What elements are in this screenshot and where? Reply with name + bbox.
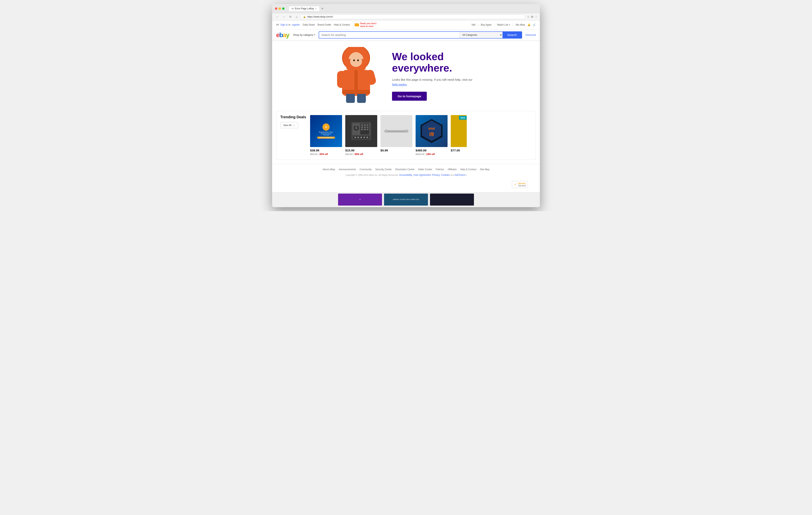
minimize-button[interactable] <box>279 7 281 10</box>
advanced-search-link[interactable]: Advanced <box>525 34 536 36</box>
ad-banners: # MERRILL EDGE® SELF-DIRECTED <box>272 192 540 207</box>
trending-item[interactable]: intel i9 $485.99 $600.99 | 19% off <box>415 115 447 156</box>
help-contact-link[interactable]: Help & Contact <box>334 23 350 26</box>
back-button[interactable]: ← <box>274 14 280 19</box>
footer-link-affiliates[interactable]: Affiliates <box>447 168 457 171</box>
footer-link-community[interactable]: Community <box>359 168 372 171</box>
footer-privacy-link[interactable]: Privacy <box>432 174 440 176</box>
footer-link-sitemap[interactable]: Site Map <box>480 168 489 171</box>
my-ebay-link[interactable]: My eBay <box>516 23 525 26</box>
watch-list-dropdown[interactable]: Watch List ▼ <box>497 23 511 26</box>
playstation-logo-svg: + <box>322 123 330 131</box>
svg-rect-27 <box>364 129 366 130</box>
svg-rect-26 <box>361 129 363 130</box>
svg-point-35 <box>360 137 362 138</box>
home-button[interactable]: ⌂ <box>294 14 298 19</box>
daily-deals-link[interactable]: Daily Deals <box>303 23 315 26</box>
category-select[interactable]: All CategoriesAntiquesArtBabyBooksBusine… <box>459 32 502 38</box>
logo-e: e <box>276 32 279 38</box>
deals-lightning-icon: ⚡ <box>355 23 359 26</box>
deals-badge[interactable]: ⚡ Deals you don't want to miss <box>353 21 378 28</box>
ebay-logo[interactable]: e b a y <box>276 32 290 38</box>
svg-rect-24 <box>364 126 366 128</box>
tab-close-button[interactable]: ✕ <box>315 8 317 10</box>
error-text-area: We looked everywhere. Looks like this pa… <box>384 51 476 101</box>
footer-adchoice-link[interactable]: AdChoice <box>455 174 465 176</box>
refresh-button[interactable]: ↻ <box>288 14 293 19</box>
forward-button[interactable]: → <box>281 14 287 19</box>
trending-item[interactable]: + PlayStation Plus EXPERIENCE MORETOGETH… <box>310 115 342 156</box>
ad-banner-2[interactable]: MERRILL EDGE® SELF-DIRECTED <box>384 193 428 206</box>
trending-deals-section: Trending Deals See All → + <box>276 111 536 160</box>
footer-accessibility-link[interactable]: Accessibility <box>399 174 412 176</box>
go-to-homepage-button[interactable]: Go to homepage <box>392 92 427 101</box>
notification-bell-icon[interactable]: 🔔 <box>527 23 530 26</box>
footer-link-resolution[interactable]: Resolution Center <box>396 168 414 171</box>
extensions-icon[interactable]: ⚙ <box>531 15 533 19</box>
svg-rect-28 <box>367 129 369 130</box>
svg-point-6 <box>353 59 355 61</box>
see-all-arrow-icon: → <box>292 124 295 127</box>
bar-handle-svg <box>382 125 410 137</box>
tab-bar: 🏷 Error Page | eBay ✕ + <box>289 6 537 11</box>
footer-link-help[interactable]: Help & Contact <box>460 168 476 171</box>
sell-link[interactable]: Sell <box>471 23 475 26</box>
trending-item[interactable]: $15.99 $39.89 | 59% off <box>345 115 377 156</box>
kid-illustration-svg <box>336 47 376 103</box>
top-nav-left: Hi! Sign in or register Daily Deals Bran… <box>276 21 378 28</box>
see-all-button[interactable]: See All → <box>280 122 298 128</box>
browser-titlebar: 🏷 Error Page | eBay ✕ + <box>272 4 540 13</box>
trending-item[interactable]: $0.99 <box>380 115 412 156</box>
item-image-ps-plus: + PlayStation Plus EXPERIENCE MORETOGETH… <box>310 115 342 147</box>
address-bar[interactable]: 🔒 https://www.ebay.com/n/ <box>300 14 525 19</box>
register-link[interactable]: register <box>292 23 300 26</box>
site-footer: About eBay Announcements Community Secur… <box>272 164 540 192</box>
cart-icon[interactable]: 🛒 <box>533 23 536 26</box>
svg-rect-23 <box>361 126 363 128</box>
footer-link-policies[interactable]: Policies <box>436 168 444 171</box>
fifth-item-illustration: Save <box>451 115 467 147</box>
fullscreen-button[interactable] <box>282 7 285 10</box>
ad-banner-1[interactable]: # <box>338 193 382 206</box>
active-tab[interactable]: 🏷 Error Page | eBay ✕ <box>289 6 320 11</box>
trending-item[interactable]: Save $77.00 <box>451 115 467 156</box>
error-section: We looked everywhere. Looks like this pa… <box>272 41 540 111</box>
svg-point-36 <box>364 137 365 138</box>
svg-point-7 <box>357 59 359 61</box>
new-tab-button[interactable]: + <box>321 7 323 10</box>
svg-text:+: + <box>325 125 327 129</box>
tab-title: Error Page | eBay <box>295 7 314 10</box>
save-badge: Save <box>459 116 467 120</box>
footer-link-security[interactable]: Security Center <box>375 168 392 171</box>
shop-by-category-chevron-icon: ▼ <box>314 34 316 36</box>
footer-cookies-link[interactable]: Cookies <box>441 174 450 176</box>
buy-again-link[interactable]: Buy Again <box>481 23 492 26</box>
bar-handle-illustration <box>380 115 412 147</box>
bookmark-icon[interactable]: ☆ <box>527 15 530 19</box>
tab-favicon: 🏷 <box>291 7 294 10</box>
footer-link-announcements[interactable]: Announcements <box>339 168 356 171</box>
shop-by-category-button[interactable]: Shop by category ▼ <box>293 33 316 36</box>
item-image-fifth: Save <box>451 115 467 147</box>
svg-point-30 <box>355 127 358 129</box>
close-button[interactable] <box>275 7 277 10</box>
logo-y: y <box>286 32 289 38</box>
sign-in-link[interactable]: Sign in <box>280 23 288 26</box>
error-description: Looks like this page is missing. If you … <box>392 77 476 87</box>
svg-text:i9: i9 <box>429 131 434 137</box>
intel-illustration: intel i9 <box>415 115 447 147</box>
browser-toolbar: ← → ↻ ⌂ 🔒 https://www.ebay.com/n/ ☆ ⚙ ⋮ <box>272 13 540 21</box>
ad-banner-3[interactable] <box>430 193 474 206</box>
menu-icon[interactable]: ⋮ <box>535 15 538 19</box>
norton-secured-badge: ✓ Norton Secured <box>512 181 528 188</box>
help-pages-link[interactable]: help pages <box>392 83 407 86</box>
footer-user-agreement-link[interactable]: User Agreement <box>413 174 431 176</box>
search-input[interactable] <box>319 32 459 38</box>
search-button[interactable]: Search <box>502 32 522 38</box>
item-price: $0.99 <box>380 149 412 152</box>
brand-outlet-link[interactable]: Brand Outlet <box>318 23 331 26</box>
footer-link-about[interactable]: About eBay <box>323 168 335 171</box>
safe-box-svg <box>349 119 373 143</box>
footer-link-seller[interactable]: Seller Center <box>418 168 432 171</box>
svg-point-40 <box>405 130 408 132</box>
